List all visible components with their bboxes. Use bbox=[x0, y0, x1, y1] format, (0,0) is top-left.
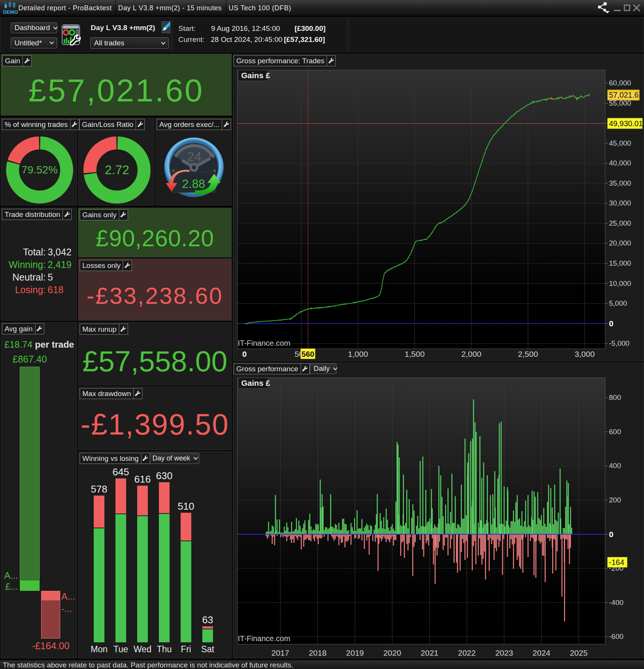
svg-text:Thu: Thu bbox=[157, 644, 172, 654]
svg-text:20,000: 20,000 bbox=[609, 239, 631, 247]
svg-text:800: 800 bbox=[609, 393, 621, 401]
svg-text:2020: 2020 bbox=[383, 648, 401, 657]
svg-text:510: 510 bbox=[178, 501, 194, 512]
svg-text:1,500: 1,500 bbox=[405, 350, 425, 358]
svg-text:25,000: 25,000 bbox=[609, 219, 631, 227]
svg-text:1,000: 1,000 bbox=[348, 350, 368, 358]
svg-text:2017: 2017 bbox=[271, 648, 289, 657]
svg-text:40,000: 40,000 bbox=[609, 159, 631, 167]
svg-text:-600: -600 bbox=[609, 632, 623, 640]
svg-text:-5,000: -5,000 bbox=[609, 339, 630, 347]
svg-text:2.72: 2.72 bbox=[105, 163, 129, 177]
svg-text:Mon: Mon bbox=[91, 644, 108, 654]
svg-text:45,000: 45,000 bbox=[609, 139, 631, 147]
svg-text:57,021.6: 57,021.6 bbox=[609, 91, 639, 99]
svg-text:2022: 2022 bbox=[458, 648, 476, 657]
svg-text:578: 578 bbox=[91, 483, 107, 495]
svg-text:2018: 2018 bbox=[309, 648, 327, 657]
svg-text:Tue: Tue bbox=[114, 644, 128, 654]
svg-text:IT-Finance.com: IT-Finance.com bbox=[238, 339, 290, 347]
svg-text:0: 0 bbox=[609, 530, 614, 539]
svg-text:49,930.01: 49,930.01 bbox=[609, 119, 643, 128]
svg-text:-164: -164 bbox=[609, 558, 624, 566]
svg-text:630: 630 bbox=[156, 470, 172, 481]
svg-text:35,000: 35,000 bbox=[609, 179, 631, 187]
svg-text:5,000: 5,000 bbox=[609, 299, 627, 307]
svg-text:Gains £: Gains £ bbox=[241, 379, 270, 387]
svg-text:63: 63 bbox=[202, 614, 213, 626]
svg-text:Wed: Wed bbox=[134, 644, 152, 654]
svg-text:200: 200 bbox=[609, 496, 621, 504]
svg-text:645: 645 bbox=[112, 466, 129, 478]
svg-text:24: 24 bbox=[187, 149, 202, 164]
svg-text:-400: -400 bbox=[609, 598, 623, 606]
svg-text:79.52%: 79.52% bbox=[22, 164, 58, 176]
svg-text:2.88: 2.88 bbox=[182, 177, 205, 191]
svg-text:Fri: Fri bbox=[181, 644, 191, 654]
svg-text:Gains £: Gains £ bbox=[241, 71, 270, 80]
svg-text:10,000: 10,000 bbox=[609, 279, 631, 287]
svg-text:600: 600 bbox=[609, 428, 621, 436]
svg-text:Sat: Sat bbox=[201, 644, 215, 654]
svg-text:60,000: 60,000 bbox=[609, 79, 631, 87]
svg-text:DEMO: DEMO bbox=[3, 9, 18, 14]
svg-text:2,500: 2,500 bbox=[518, 350, 538, 358]
svg-text:2021: 2021 bbox=[421, 648, 439, 657]
svg-text:30,000: 30,000 bbox=[609, 199, 631, 207]
svg-text:15,000: 15,000 bbox=[609, 259, 631, 267]
svg-text:2023: 2023 bbox=[495, 648, 513, 657]
svg-text:2024: 2024 bbox=[533, 648, 551, 657]
svg-text:616: 616 bbox=[134, 473, 151, 485]
svg-text:400: 400 bbox=[609, 462, 621, 470]
svg-text:2019: 2019 bbox=[346, 648, 364, 657]
svg-text:560: 560 bbox=[301, 350, 314, 358]
svg-text:0: 0 bbox=[242, 350, 247, 358]
svg-text:0: 0 bbox=[609, 319, 614, 328]
svg-text:IT-Finance.com: IT-Finance.com bbox=[238, 634, 290, 643]
svg-text:2,000: 2,000 bbox=[461, 350, 482, 358]
svg-text:2025: 2025 bbox=[570, 648, 588, 657]
svg-text:3,000: 3,000 bbox=[575, 350, 595, 358]
